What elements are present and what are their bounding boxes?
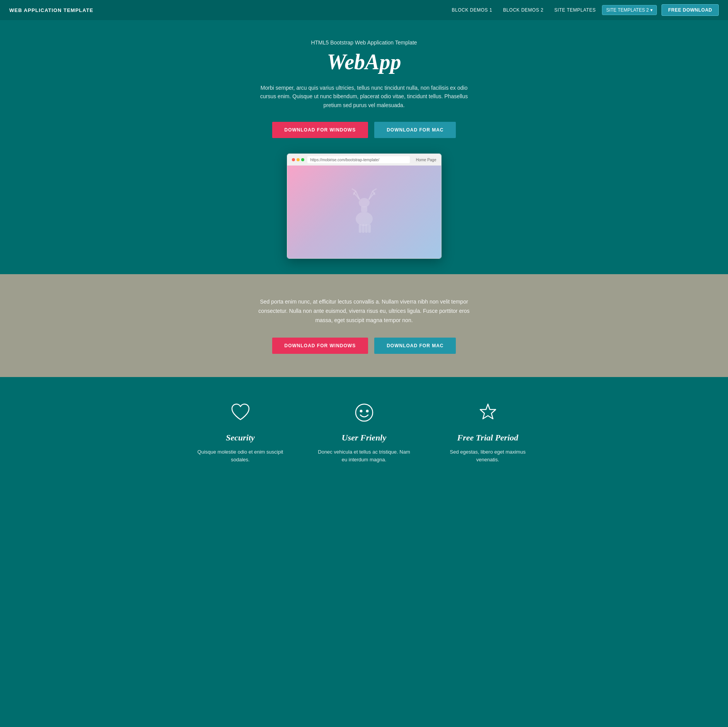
nav-site-templates-2[interactable]: SITE TEMPLATES 2 ▾ — [602, 5, 657, 15]
deer-icon — [345, 188, 384, 234]
browser-bar: https://mobirise.com/bootstrap-template/… — [287, 154, 441, 166]
svg-marker-20 — [480, 404, 496, 419]
svg-rect-14 — [362, 224, 365, 233]
feature-user-friendly: User Frienly Donec vehicula et tellus ac… — [318, 400, 411, 464]
feature-icon-security — [228, 400, 253, 425]
nav-site-templates[interactable]: SITE TEMPLATES — [550, 5, 600, 15]
svg-rect-13 — [359, 224, 361, 233]
nav-links: BLOCK DEMOS 1 BLOCK DEMOS 2 SITE TEMPLAT… — [447, 4, 719, 16]
dot-red — [292, 158, 295, 161]
browser-dots — [292, 158, 304, 161]
hero-subtitle: HTML5 Bootstrap Web Application Template — [8, 39, 720, 46]
hero-title: WebApp — [8, 49, 720, 74]
svg-rect-15 — [365, 224, 368, 233]
svg-line-1 — [352, 189, 356, 191]
smiley-icon — [353, 402, 375, 423]
gray-download-windows-button[interactable]: DOWNLOAD FOR WINDOWS — [272, 338, 368, 354]
brand: WEB APPLICATION TEMPLATE — [9, 7, 93, 13]
svg-point-17 — [356, 404, 373, 421]
svg-rect-16 — [368, 224, 371, 233]
svg-point-12 — [356, 212, 373, 226]
features-grid: Security Quisque molestie odio et enim s… — [190, 400, 538, 464]
navbar: WEB APPLICATION TEMPLATE BLOCK DEMOS 1 B… — [0, 0, 728, 20]
nav-block-demos-2[interactable]: BLOCK DEMOS 2 — [498, 5, 548, 15]
feature-desc-user-friendly: Donec vehicula et tellus ac tristique. N… — [318, 448, 411, 464]
feature-desc-free-trial: Sed egestas, libero eget maximus venenat… — [442, 448, 534, 464]
hero-buttons: DOWNLOAD FOR WINDOWS DOWNLOAD FOR MAC — [8, 122, 720, 138]
heart-icon — [230, 402, 251, 423]
download-windows-button[interactable]: DOWNLOAD FOR WINDOWS — [272, 122, 368, 138]
svg-point-19 — [366, 410, 368, 412]
feature-desc-security: Quisque molestie odio et enim suscipit s… — [194, 448, 287, 464]
feature-title-security: Security — [194, 433, 287, 443]
star-icon — [477, 402, 499, 423]
feature-icon-free-trial — [476, 400, 500, 425]
download-mac-button[interactable]: DOWNLOAD FOR MAC — [374, 122, 456, 138]
feature-title-user-friendly: User Frienly — [318, 433, 411, 443]
dot-green — [301, 158, 304, 161]
browser-content — [287, 166, 441, 258]
browser-url: https://mobirise.com/bootstrap-template/ — [307, 156, 410, 163]
svg-line-6 — [373, 189, 377, 191]
gray-section: Sed porta enim nunc, at efficitur lectus… — [0, 274, 728, 377]
svg-point-10 — [359, 198, 370, 207]
deer-silhouette — [345, 188, 384, 236]
svg-point-18 — [360, 410, 362, 412]
hero-section: HTML5 Bootstrap Web Application Template… — [0, 20, 728, 274]
dot-yellow — [297, 158, 300, 161]
svg-rect-11 — [361, 206, 367, 212]
hero-description: Morbi semper, arcu quis varius ultricies… — [256, 84, 472, 109]
gray-section-text: Sed porta enim nunc, at efficitur lectus… — [252, 297, 476, 325]
feature-free-trial: Free Trial Period Sed egestas, libero eg… — [442, 400, 534, 464]
free-download-button[interactable]: FREE DOWNLOAD — [662, 4, 719, 16]
feature-security: Security Quisque molestie odio et enim s… — [194, 400, 287, 464]
browser-home: Home Page — [416, 158, 436, 162]
gray-section-buttons: DOWNLOAD FOR WINDOWS DOWNLOAD FOR MAC — [8, 338, 720, 354]
gray-download-mac-button[interactable]: DOWNLOAD FOR MAC — [374, 338, 456, 354]
features-section: Security Quisque molestie odio et enim s… — [0, 377, 728, 488]
nav-block-demos-1[interactable]: BLOCK DEMOS 1 — [447, 5, 497, 15]
feature-icon-user-friendly — [352, 400, 377, 425]
feature-title-free-trial: Free Trial Period — [442, 433, 534, 443]
chevron-down-icon: ▾ — [650, 7, 653, 13]
browser-mockup: https://mobirise.com/bootstrap-template/… — [287, 154, 442, 259]
